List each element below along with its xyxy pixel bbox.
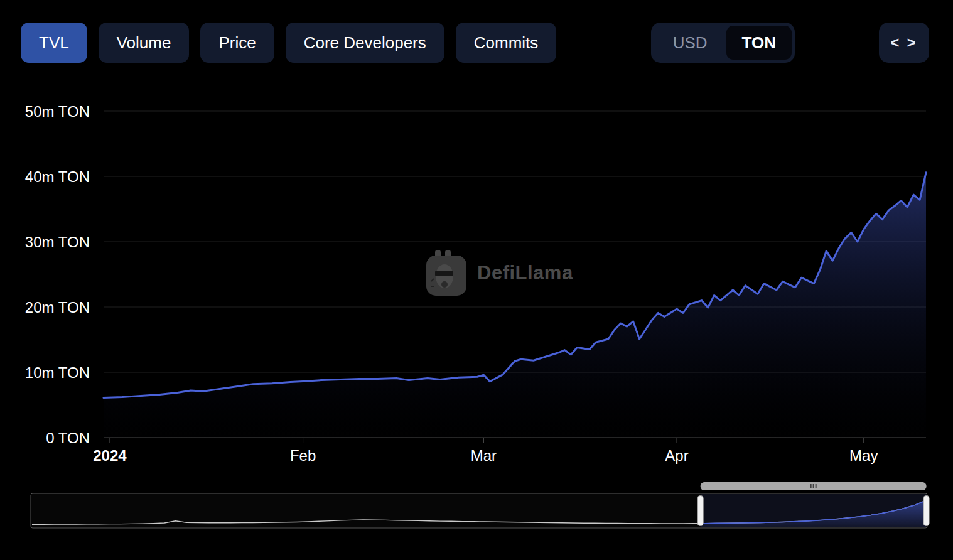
code-icon: < > bbox=[891, 35, 917, 51]
currency-option-ton[interactable]: TON bbox=[726, 26, 792, 60]
x-axis-label: Feb bbox=[290, 447, 316, 464]
x-axis-label: May bbox=[849, 447, 878, 464]
brush-handle-left[interactable] bbox=[697, 496, 703, 526]
toolbar: TVL Volume Price Core Developers Commits… bbox=[21, 23, 929, 63]
brush-handle-right[interactable] bbox=[923, 496, 929, 526]
brush-grip-icon bbox=[810, 484, 812, 488]
brush-grip-icon bbox=[813, 484, 814, 488]
y-axis-label: 20m TON bbox=[25, 299, 90, 316]
brush-grip-icon bbox=[816, 484, 817, 488]
y-axis-label: 40m TON bbox=[25, 168, 90, 185]
tab-volume[interactable]: Volume bbox=[99, 23, 190, 63]
defillama-tvl-panel: TVL Volume Price Core Developers Commits… bbox=[0, 0, 953, 560]
tab-tvl[interactable]: TVL bbox=[21, 23, 87, 63]
x-axis-label: 2024 bbox=[93, 447, 127, 464]
x-axis-label: Apr bbox=[665, 447, 688, 464]
x-axis-label: Mar bbox=[471, 447, 497, 464]
tvl-area-chart[interactable]: 0 TON10m TON20m TON30m TON40m TON50m TON… bbox=[0, 0, 953, 560]
y-axis-label: 10m TON bbox=[25, 364, 90, 381]
tab-core-developers[interactable]: Core Developers bbox=[286, 23, 444, 63]
currency-toggle[interactable]: USD TON bbox=[651, 23, 795, 63]
embed-code-button[interactable]: < > bbox=[879, 23, 929, 63]
tvl-area-fill bbox=[104, 173, 926, 438]
y-axis-label: 50m TON bbox=[25, 103, 90, 120]
y-axis-label: 0 TON bbox=[46, 429, 90, 446]
tab-price[interactable]: Price bbox=[200, 23, 274, 63]
y-axis-label: 30m TON bbox=[25, 234, 90, 250]
x-axis: 2024FebMarAprMay bbox=[93, 438, 878, 464]
tab-commits[interactable]: Commits bbox=[456, 23, 557, 63]
currency-option-usd[interactable]: USD bbox=[654, 26, 726, 60]
